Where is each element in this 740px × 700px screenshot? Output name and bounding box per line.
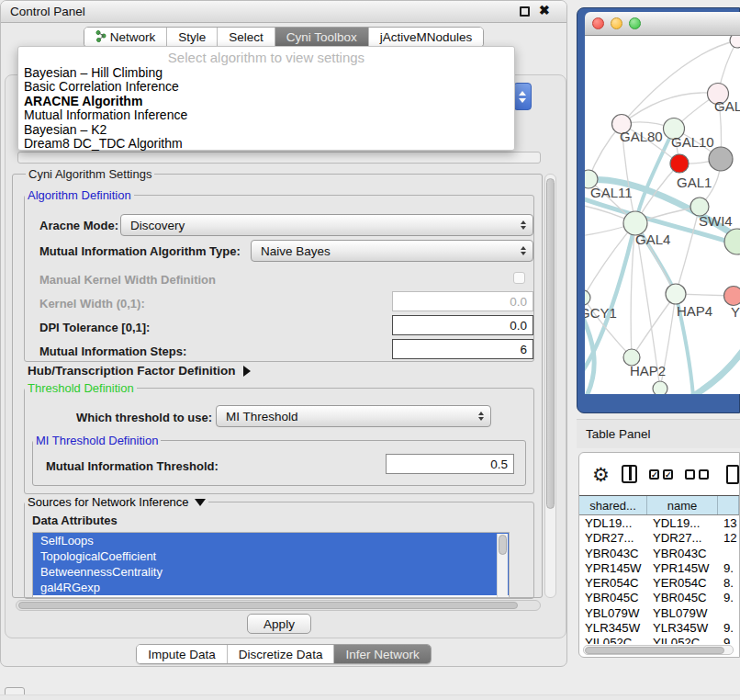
table-horizontal-scrollbar[interactable] — [583, 645, 734, 655]
settings-horizontal-scrollbar-thumb[interactable] — [18, 602, 518, 609]
page-icon[interactable] — [726, 465, 739, 484]
table-cell: YBR043C — [647, 547, 718, 561]
sources-group-title: Sources for Network Inference — [28, 495, 189, 509]
sources-group-header[interactable]: Sources for Network Inference — [25, 495, 208, 509]
tab-network[interactable]: Network — [84, 28, 167, 47]
network-edge[interactable] — [676, 207, 700, 294]
algorithm-option[interactable]: Bayesian – Hill Climbing — [23, 66, 510, 80]
table-cell: YLR345W — [579, 621, 647, 636]
network-edge[interactable] — [693, 343, 740, 394]
kernel-width-field[interactable]: 0.0 — [392, 291, 533, 311]
data-attribute-item[interactable]: TopologicalCoefficient — [33, 548, 509, 564]
dpi-tolerance-field[interactable]: 0.0 — [392, 315, 533, 335]
settings-vertical-scrollbar[interactable] — [544, 174, 556, 598]
mi-algorithm-type-label: Mutual Information Algorithm Type: — [39, 244, 241, 258]
tab-jactivemnodules[interactable]: jActiveMNodules — [368, 28, 484, 47]
which-threshold-select[interactable]: MI Threshold — [216, 405, 491, 427]
algorithm-option[interactable]: Dream8 DC_TDC Algorithm — [23, 137, 510, 151]
node-bottom[interactable] — [653, 381, 667, 394]
traffic-light-close-icon[interactable] — [592, 17, 604, 29]
column-header[interactable] — [718, 496, 739, 514]
table-row[interactable]: YLR345WYLR345W9. — [579, 621, 739, 636]
mi-threshold-field[interactable]: 0.5 — [386, 454, 514, 474]
table-row[interactable]: YBL079WYBL079W — [579, 606, 739, 621]
manual-kernel-width-checkbox[interactable] — [513, 272, 525, 284]
table-cell — [718, 547, 739, 561]
mi-algorithm-type-select[interactable]: Naive Bayes — [251, 240, 533, 262]
algorithm-combobox-spinner[interactable] — [513, 83, 532, 110]
table-row[interactable]: YBR045CYBR045C9. — [579, 591, 739, 605]
tab-style[interactable]: Style — [166, 28, 217, 47]
table-body: YDL19...YDL19...13YDR27...YDR27...12YBR0… — [579, 516, 739, 644]
table-cell: YDR27... — [579, 531, 647, 546]
data-attribute-item[interactable]: BetweennessCentrality — [33, 564, 509, 580]
column-header[interactable]: shared... — [579, 496, 647, 514]
tab-discretize-data[interactable]: Discretize Data — [227, 645, 334, 663]
node-gal1[interactable] — [670, 154, 689, 173]
which-threshold-value: MI Threshold — [226, 410, 298, 423]
data-attribute-item[interactable]: gal4RGexp — [33, 580, 509, 595]
network-view-window: GALGAL80GAL10GAL1GAL11SWI4GAL4GCY1HAP4YH… — [577, 7, 740, 413]
node-hap4[interactable] — [666, 284, 686, 304]
cyni-bottom-tabbar: Impute Data Discretize Data Infer Networ… — [1, 644, 566, 664]
algorithm-option[interactable]: Mutual Information Inference — [23, 108, 510, 122]
table-cell: YDR27... — [647, 531, 718, 546]
aracne-mode-select[interactable]: Discovery — [120, 214, 533, 236]
table-row[interactable]: YPR145WYPR145W9. — [579, 561, 739, 576]
tab-select[interactable]: Select — [217, 28, 275, 47]
tab-infer-network[interactable]: Infer Network — [333, 645, 430, 663]
attributes-scrollbar-thumb[interactable] — [499, 535, 507, 555]
table-horizontal-scrollbar-thumb[interactable] — [585, 647, 724, 654]
network-edge[interactable] — [632, 294, 676, 357]
gear-icon[interactable]: ⚙ — [592, 465, 610, 484]
node-label: HAP4 — [677, 303, 712, 319]
columns-icon[interactable] — [622, 465, 637, 483]
table-cell — [718, 606, 739, 621]
mi-steps-field[interactable]: 6 — [392, 339, 533, 359]
float-window-icon[interactable] — [520, 6, 530, 17]
algorithm-definition-title: Algorithm Definition — [25, 188, 134, 202]
hub-transcription-factor-section[interactable]: Hub/Transcription Factor Definition — [28, 364, 251, 378]
data-attribute-item[interactable]: SelfLoops — [33, 533, 509, 548]
aracne-mode-label: Aracne Mode: — [39, 219, 118, 232]
node-gcy1[interactable] — [585, 290, 590, 305]
tab-label: Infer Network — [345, 648, 419, 661]
node-salmon[interactable] — [724, 287, 740, 306]
algorithm-option[interactable]: Bayesian – K2 — [23, 123, 510, 137]
table-row[interactable]: YER054CYER054C8. — [579, 576, 739, 591]
node-label: GCY1 — [585, 305, 617, 321]
table-cell: 9. — [718, 561, 739, 576]
apply-button[interactable]: Apply — [247, 614, 311, 634]
traffic-light-zoom-icon[interactable] — [629, 17, 641, 29]
screen: Control Panel ✖ Network Style Select Cyn… — [0, 0, 740, 700]
mi-threshold-definition-group: MI Threshold Definition Mutual Informati… — [32, 440, 526, 486]
manual-kernel-width-label: Manual Kernel Width Definition — [39, 273, 216, 287]
spinner-up-icon — [519, 91, 526, 96]
spinner-down-icon — [519, 98, 526, 103]
column-header[interactable]: name — [647, 496, 718, 514]
settings-horizontal-scrollbar[interactable] — [16, 600, 541, 611]
attributes-scrollbar[interactable] — [497, 534, 508, 598]
threshold-definition-group: Threshold Definition Which threshold to … — [24, 388, 534, 494]
table-row[interactable]: YIL052CYIL052C9 — [579, 636, 739, 644]
table-cell: YBL079W — [647, 606, 718, 621]
network-canvas[interactable]: GALGAL80GAL10GAL1GAL11SWI4GAL4GCY1HAP4YH… — [585, 36, 740, 394]
algorithm-option[interactable]: Basic Correlation Inference — [23, 80, 510, 94]
node-gray[interactable] — [709, 147, 733, 171]
traffic-light-minimize-icon[interactable] — [611, 17, 622, 29]
network-edge[interactable] — [585, 310, 594, 394]
node-partial-top[interactable] — [730, 36, 740, 48]
tab-cyni-toolbox[interactable]: Cyni Toolbox — [275, 28, 368, 47]
tab-impute-data[interactable]: Impute Data — [137, 645, 227, 663]
table-row[interactable]: YDL19...YDL19...13 — [579, 516, 739, 531]
close-icon[interactable]: ✖ — [539, 3, 550, 17]
settings-vertical-scrollbar-thumb[interactable] — [546, 178, 555, 509]
control-panel-titlebar: Control Panel ✖ — [1, 1, 566, 23]
table-cell: 9 — [718, 636, 739, 644]
table-row[interactable]: YBR043CYBR043C — [579, 547, 739, 561]
algorithm-definition-group: Algorithm Definition Aracne Mode: Discov… — [24, 195, 534, 362]
algorithm-option[interactable]: ARACNE Algorithm — [23, 95, 510, 108]
select-all-checkboxes-icon[interactable]: ✓✓ — [649, 469, 673, 480]
deselect-all-checkboxes-icon[interactable] — [685, 469, 709, 480]
table-row[interactable]: YDR27...YDR27...12 — [579, 531, 739, 546]
